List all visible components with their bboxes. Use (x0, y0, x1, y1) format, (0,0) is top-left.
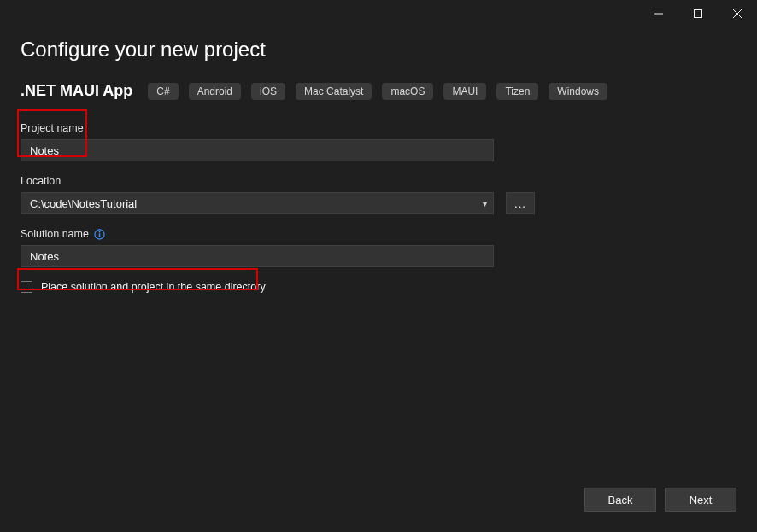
page-title: Configure your new project (21, 38, 736, 61)
tag: C# (148, 83, 178, 100)
svg-rect-5 (99, 233, 100, 237)
same-directory-checkbox[interactable] (21, 281, 32, 293)
location-combo[interactable] (21, 192, 494, 214)
maximize-icon (694, 9, 702, 18)
template-name: .NET MAUI App (21, 82, 132, 100)
template-summary-row: .NET MAUI App C# Android iOS Mac Catalys… (21, 82, 736, 100)
tag: Mac Catalyst (296, 83, 372, 100)
tag: Windows (549, 83, 607, 100)
same-directory-label: Place solution and project in the same d… (41, 281, 266, 293)
minimize-icon (654, 9, 663, 18)
svg-rect-6 (99, 231, 100, 231)
solution-name-group: Solution name (21, 228, 736, 267)
tag: iOS (251, 83, 285, 100)
solution-name-input[interactable] (21, 245, 494, 267)
window-titlebar (0, 0, 757, 27)
location-label: Location (21, 175, 736, 187)
location-group: Location ▾ ... (21, 175, 736, 214)
back-button[interactable]: Back (584, 488, 656, 512)
minimize-button[interactable] (639, 0, 678, 27)
maximize-button[interactable] (678, 0, 718, 27)
info-icon[interactable] (94, 229, 105, 240)
svg-rect-1 (695, 10, 702, 18)
tag: Android (189, 83, 241, 100)
footer-buttons: Back Next (584, 488, 736, 512)
tag: macOS (382, 83, 433, 100)
project-name-input[interactable] (21, 139, 494, 161)
same-directory-checkbox-row[interactable]: Place solution and project in the same d… (21, 281, 736, 293)
project-name-group: Project name (21, 122, 736, 161)
close-button[interactable] (718, 0, 757, 27)
solution-name-label: Solution name (21, 228, 89, 240)
close-icon (733, 9, 742, 18)
tag: Tizen (496, 83, 538, 100)
browse-button[interactable]: ... (506, 192, 535, 214)
tag: MAUI (443, 83, 486, 100)
next-button[interactable]: Next (665, 488, 736, 512)
project-name-label: Project name (21, 122, 736, 134)
